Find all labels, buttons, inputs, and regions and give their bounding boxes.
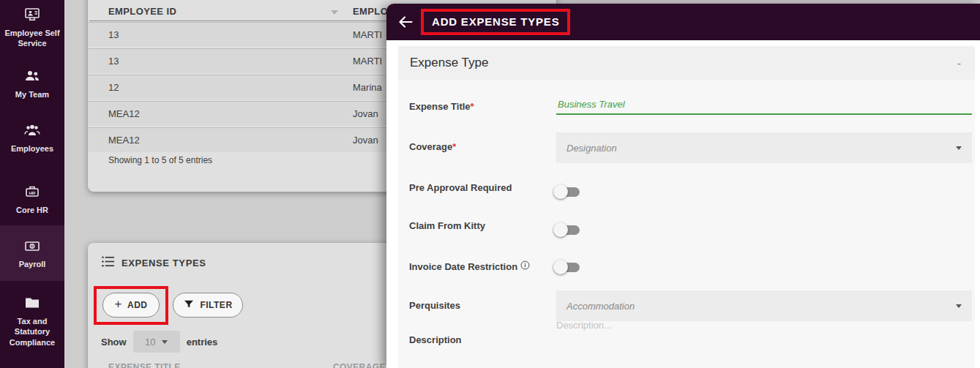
sidebar-item-label: My Team — [15, 90, 49, 99]
add-button[interactable]: + ADD — [102, 293, 160, 318]
plus-icon: + — [115, 297, 122, 312]
info-icon[interactable] — [520, 260, 530, 270]
column-header-employee-id[interactable]: EMPLOYEE ID — [108, 6, 176, 17]
expense-title-input[interactable] — [556, 94, 972, 115]
page-size-row: Show 10 entries — [101, 331, 217, 353]
employee-self-service-icon — [23, 6, 41, 23]
perquisites-value: Accommodation — [566, 301, 956, 312]
back-arrow-icon[interactable] — [397, 12, 416, 31]
coverage-select[interactable]: Designation — [556, 132, 972, 163]
claim-from-kitty-label: Claim From Kitty — [409, 219, 548, 233]
core-hr-icon: HR — [23, 183, 41, 200]
sidebar-item-tax-statutory-compliance[interactable]: Tax and Statutory Compliance — [0, 293, 64, 348]
expense-types-title: EXPENSE TYPES — [121, 258, 206, 269]
expense-type-form: Expense Type - Expense Title* Coverage* … — [398, 46, 975, 368]
section-title: Expense Type — [410, 56, 488, 70]
sidebar-item-label: Core HR — [16, 206, 48, 214]
sidebar: Employee Self Service My Team Employees … — [0, 0, 64, 368]
perquisites-select[interactable]: Accommodation — [556, 290, 972, 321]
section-header[interactable]: Expense Type - — [398, 46, 975, 80]
cell-employee: MARTI — [353, 29, 382, 40]
chevron-down-icon — [956, 146, 962, 150]
description-textarea[interactable] — [556, 320, 972, 364]
sort-caret-icon[interactable] — [331, 10, 338, 15]
column-header-expense-title[interactable]: EXPENSE TITLE — [108, 362, 181, 368]
invoice-date-restriction-label-text: Invoice Date Restriction — [409, 261, 517, 272]
required-asterisk: * — [452, 141, 456, 152]
cell-employee-id: MEA12 — [108, 135, 140, 146]
sidebar-item-core-hr[interactable]: HR Core HR — [0, 181, 64, 215]
employees-icon — [23, 121, 41, 139]
invoice-date-restriction-label: Invoice Date Restriction — [409, 258, 548, 274]
chevron-down-icon — [162, 340, 168, 344]
required-asterisk: * — [471, 101, 474, 112]
coverage-label: Coverage* — [409, 140, 548, 154]
funnel-icon — [183, 298, 195, 312]
list-icon — [101, 255, 115, 271]
folder-icon — [23, 294, 41, 312]
cell-employee-id: MEA12 — [108, 108, 140, 119]
add-button-label: ADD — [127, 300, 148, 310]
sidebar-item-my-team[interactable]: My Team — [0, 66, 64, 99]
toggle-knob — [553, 184, 568, 199]
panel-header: ADD EXPENSE TYPES — [386, 4, 980, 40]
collapse-icon[interactable]: - — [955, 57, 963, 70]
expense-title-label: Expense Title* — [409, 100, 548, 113]
filter-button-label: FILTER — [200, 300, 232, 310]
pre-approval-label: Pre Approval Required — [409, 181, 548, 195]
perquisites-label: Perquisites — [409, 299, 548, 312]
cell-employee-id: 12 — [108, 82, 119, 93]
toggle-knob — [553, 260, 568, 274]
sidebar-item-label: Tax and Statutory Compliance — [10, 317, 55, 347]
table-pagination-status: Showing 1 to 5 of 5 entries — [108, 155, 212, 165]
add-expense-types-panel: ADD EXPENSE TYPES Expense Type - Expense… — [386, 4, 980, 368]
claim-from-kitty-toggle[interactable] — [553, 222, 581, 237]
svg-text:HR: HR — [29, 191, 36, 195]
coverage-label-text: Coverage — [409, 141, 452, 152]
page-size-select[interactable]: 10 — [133, 331, 180, 353]
pre-approval-toggle[interactable] — [553, 184, 581, 199]
coverage-value: Designation — [566, 143, 956, 154]
panel-title: ADD EXPENSE TYPES — [432, 15, 559, 28]
cell-employee: Jovan — [353, 108, 378, 119]
sidebar-item-payroll[interactable]: Payroll — [0, 225, 64, 281]
expense-title-label-text: Expense Title — [409, 101, 471, 112]
my-team-icon — [23, 67, 41, 85]
sidebar-item-label: Employee Self Service — [4, 29, 59, 48]
cell-employee: Marina — [353, 82, 382, 93]
sidebar-item-employees[interactable]: Employees — [0, 120, 64, 154]
sidebar-item-label: Employees — [11, 144, 53, 153]
column-header-coverage[interactable]: COVERAGE — [333, 362, 386, 368]
show-label: Show — [101, 337, 127, 348]
sidebar-item-label: Payroll — [19, 260, 46, 269]
description-label: Description — [409, 334, 548, 347]
expense-types-header: EXPENSE TYPES — [101, 255, 206, 271]
annotation-box-title: ADD EXPENSE TYPES — [421, 9, 570, 35]
invoice-date-restriction-toggle[interactable] — [553, 260, 581, 274]
entries-label: entries — [187, 337, 218, 348]
toggle-knob — [553, 222, 568, 237]
cell-employee-id: 13 — [108, 56, 119, 67]
filter-button[interactable]: FILTER — [173, 293, 243, 318]
payroll-icon — [23, 237, 41, 255]
cell-employee: MARTI — [353, 56, 382, 67]
sidebar-item-employee-self-service[interactable]: Employee Self Service — [0, 4, 64, 49]
cell-employee-id: 13 — [108, 29, 119, 40]
page-size-value: 10 — [145, 337, 155, 348]
chevron-down-icon — [956, 304, 962, 308]
cell-employee: Jovan — [353, 135, 378, 146]
